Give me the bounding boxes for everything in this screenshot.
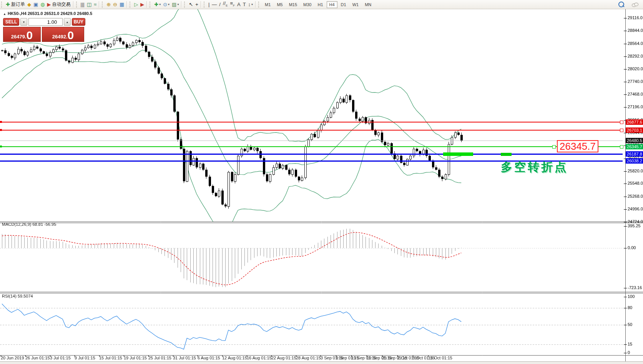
search-button[interactable] (617, 1, 625, 8)
timeframe-mn-button[interactable]: MN (362, 1, 374, 8)
tile-windows-icon: ▦ (120, 1, 124, 8)
thick-green-line-object[interactable] (443, 152, 473, 156)
date-axis-label: 9 Jul 01:15 (75, 356, 95, 360)
arrows-dropdown-icon[interactable]: ▾ (251, 3, 253, 6)
macd-axis-tick: 395.25 (628, 223, 641, 228)
toolbar-separator (73, 1, 74, 8)
equidistant-channel-button[interactable]: //E (222, 1, 229, 8)
horizontal-line-object[interactable] (0, 130, 623, 131)
chart-annotation-text[interactable]: 多空转折点 (501, 159, 568, 175)
zoom-in-icon: ⊕ (106, 1, 111, 8)
date-axis-label: 15 Oct 01:15 (428, 356, 452, 360)
crosshair-button[interactable]: + (194, 1, 199, 8)
one-click-trading-panel: SELL ▼ 1.00 ▲ BUY 26479.0 26492.0 (3, 18, 85, 40)
timeframe-m1-button[interactable]: M1 (262, 1, 273, 8)
price-axis-flag: 26480.5 (626, 138, 643, 143)
auto-scroll-button[interactable]: ▷ (133, 1, 139, 8)
market-watch-button[interactable]: ◆ (26, 1, 32, 8)
new-order-label: 新订单 (11, 1, 25, 8)
green-line-midpoint-handle[interactable] (552, 145, 556, 149)
data-window-button[interactable]: ▣ (32, 1, 39, 8)
auto-trading-label: 自动交易 (52, 1, 71, 8)
horizontal-line-object[interactable] (0, 141, 623, 141)
text-label-button[interactable]: T (242, 1, 247, 8)
community-chat-icon (632, 3, 638, 7)
horizontal-line-object[interactable] (0, 154, 623, 155)
price-axis-tick: 29116.0 (628, 15, 643, 20)
templates-icon: ▨ (172, 1, 176, 8)
templates-dropdown-icon[interactable]: ▾ (177, 3, 179, 6)
green-line-handle[interactable] (501, 153, 512, 156)
timeframe-h4-button[interactable]: H4 (327, 1, 337, 8)
date-axis-label: 31 Jul 01:15 (173, 356, 196, 360)
sell-price-box[interactable]: 26479.0 (3, 27, 41, 42)
line-start-handle[interactable] (0, 121, 2, 123)
line-end-handle[interactable] (620, 145, 623, 149)
horizontal-line-button[interactable]: — (211, 1, 218, 8)
templates-button[interactable]: ▨▾ (171, 1, 180, 8)
volume-input[interactable]: 1.00 (28, 18, 63, 26)
auto-trading-icon: ▶ (47, 1, 51, 8)
sell-price-int: 26479. (11, 34, 27, 40)
price-axis-tick: 28020.0 (628, 66, 643, 71)
volume-decrease-button[interactable]: ▼ (20, 18, 27, 26)
buy-button[interactable]: BUY (72, 18, 85, 26)
equidistant-channel-icon: //E (223, 0, 228, 9)
line-end-handle[interactable] (620, 129, 623, 132)
line-start-handle[interactable] (0, 146, 2, 147)
timeframe-w1-button[interactable]: W1 (350, 1, 362, 8)
price-axis-tick: 27740.0 (628, 79, 643, 84)
toolbar-grip (1, 2, 3, 8)
rsi-axis-tick: 80 (628, 305, 632, 310)
tile-windows-button[interactable]: ▦ (118, 1, 125, 8)
timeframe-m15-button[interactable]: M15 (286, 1, 300, 8)
periods-icon: ⊙ (163, 1, 167, 8)
indicators-dropdown-icon[interactable]: ▾ (159, 3, 161, 6)
chart-canvas[interactable] (0, 9, 643, 364)
new-order-button[interactable]: ✚新订单 (5, 1, 26, 8)
candlestick-chart-button[interactable]: ◫ (86, 1, 93, 8)
horizontal-line-object[interactable] (0, 146, 623, 147)
indicators-icon: ✚ (154, 1, 158, 8)
collapse-panel-icon[interactable]: ▲ (3, 12, 6, 16)
periods-button[interactable]: ⊙▾ (162, 1, 171, 8)
buy-price-box[interactable]: 26492.0 (42, 27, 84, 42)
line-chart-button[interactable]: ≈ (93, 1, 98, 8)
price-axis-tick: 27468.0 (628, 92, 643, 96)
sell-button[interactable]: SELL (3, 18, 19, 26)
line-start-handle[interactable] (0, 129, 2, 131)
indicators-button[interactable]: ✚▾ (153, 1, 162, 8)
line-end-handle[interactable] (620, 121, 623, 124)
timeframe-d1-button[interactable]: D1 (338, 1, 349, 8)
fibonacci-button[interactable]: ≡F (229, 1, 236, 8)
auto-trading-button[interactable]: ▶自动交易 (46, 1, 72, 8)
trendline-button[interactable]: / (218, 1, 222, 8)
price-axis-tick: 25548.0 (628, 181, 643, 185)
text-button[interactable]: A (236, 1, 242, 8)
price-callout-label[interactable]: 26345.7 (557, 140, 598, 152)
timeframe-m30-button[interactable]: M30 (301, 1, 314, 8)
rsi-axis-tick: 15 (628, 342, 632, 346)
cursor-button[interactable]: ↖ (188, 1, 194, 8)
arrows-button[interactable]: ↕▾ (247, 1, 254, 8)
chart-shift-button[interactable]: ▶ (139, 1, 145, 8)
bar-chart-button[interactable]: ||| (80, 1, 86, 8)
zoom-in-button[interactable]: ⊕ (105, 1, 112, 8)
status-bar (0, 361, 643, 364)
date-axis-label: 16 Aug 01:15 (247, 356, 272, 360)
auto-scroll-icon: ▷ (134, 1, 138, 8)
horizontal-line-object[interactable] (0, 122, 623, 122)
signals-button[interactable]: ◍ (39, 1, 46, 8)
community-chat-button[interactable] (631, 1, 639, 8)
date-axis-label: 3 Jul 01:15 (50, 356, 71, 360)
toolbar-separator (181, 1, 182, 8)
timeframe-m5-button[interactable]: M5 (274, 1, 285, 8)
market-watch-icon: ◆ (27, 1, 31, 8)
timeframe-h1-button[interactable]: H1 (315, 1, 326, 8)
toolbar-grip (204, 2, 206, 8)
toolbar-separator (201, 1, 201, 8)
volume-increase-button[interactable]: ▲ (64, 18, 71, 26)
periods-dropdown-icon[interactable]: ▾ (168, 3, 169, 6)
zoom-out-button[interactable]: ⊖ (112, 1, 118, 8)
vertical-line-button[interactable]: | (207, 1, 211, 8)
